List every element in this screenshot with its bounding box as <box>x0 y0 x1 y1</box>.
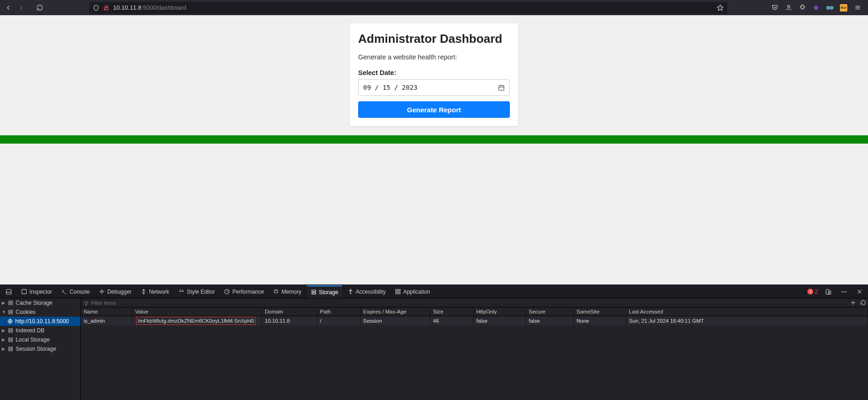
date-label: Select Date: <box>358 69 510 76</box>
tab-accessibility[interactable]: Accessibility <box>344 285 389 298</box>
tree-cookies[interactable]: ▼Cookies <box>0 307 80 317</box>
responsive-mode-icon[interactable] <box>822 285 835 298</box>
shield-icon <box>93 5 99 11</box>
status-bar <box>0 135 868 144</box>
devtools-panel: Inspector Console Debugger Network Style… <box>0 284 868 400</box>
ext-purple-icon[interactable] <box>812 5 820 11</box>
tab-console[interactable]: Console <box>57 285 93 298</box>
menu-icon[interactable] <box>853 4 862 11</box>
tab-network[interactable]: Network <box>137 285 173 298</box>
col-name[interactable]: Name <box>81 307 132 316</box>
svg-marker-59 <box>84 301 88 305</box>
svg-rect-34 <box>312 290 316 291</box>
svg-point-8 <box>831 7 832 8</box>
svg-text:Bur: Bur <box>841 6 847 10</box>
tab-storage[interactable]: Storage <box>307 285 342 298</box>
tab-inspector[interactable]: Inspector <box>17 285 56 298</box>
date-value: 09 / 15 / 2023 <box>363 84 417 91</box>
back-button[interactable] <box>4 4 13 12</box>
storage-main: Name Value Domain Path Expires / Max-Age… <box>81 298 868 400</box>
svg-rect-58 <box>9 349 12 351</box>
cell-secure: false <box>526 316 574 325</box>
dock-side-icon[interactable] <box>2 285 16 298</box>
storage-tree: ▶Cache Storage ▼Cookies http://10.10.11.… <box>0 298 81 400</box>
page-subtitle: Generate a website health report: <box>358 53 510 61</box>
svg-rect-14 <box>499 86 504 90</box>
col-size[interactable]: Size <box>430 307 474 316</box>
tree-local-storage[interactable]: ▶Local Storage <box>0 335 80 344</box>
svg-marker-2 <box>717 5 723 11</box>
col-samesite[interactable]: SameSite <box>574 307 626 316</box>
cell-httponly: false <box>474 316 526 325</box>
svg-point-3 <box>788 6 790 8</box>
col-expires[interactable]: Expires / Max-Age <box>360 307 430 316</box>
tab-memory[interactable]: Memory <box>269 285 305 298</box>
tab-performance[interactable]: Performance <box>220 285 268 298</box>
col-domain[interactable]: Domain <box>262 307 317 316</box>
svg-point-44 <box>844 291 845 292</box>
address-bar[interactable]: 10.10.11.8:5000/dashboard <box>89 2 727 14</box>
devtools-tabs: Inspector Console Debugger Network Style… <box>0 285 868 298</box>
cell-domain: 10.10.11.8 <box>262 316 317 325</box>
tree-session-storage[interactable]: ▶Session Storage <box>0 344 80 354</box>
tree-cache-storage[interactable]: ▶Cache Storage <box>0 298 80 307</box>
col-value[interactable]: Value <box>132 307 262 316</box>
bookmark-star-icon[interactable] <box>717 4 724 11</box>
svg-rect-38 <box>399 290 400 291</box>
tab-style-editor[interactable]: Style Editor <box>175 285 218 298</box>
svg-rect-18 <box>6 289 11 294</box>
toolbar-right: Bur <box>768 4 864 12</box>
insecure-lock-icon <box>103 5 109 11</box>
error-count[interactable]: !2 <box>805 289 820 295</box>
table-header: Name Value Domain Path Expires / Max-Age… <box>81 307 868 316</box>
browser-toolbar: 10.10.11.8:5000/dashboard Bur <box>0 0 868 15</box>
cell-name: is_admin <box>81 316 132 325</box>
page-title: Administrator Dashboard <box>358 32 510 46</box>
table-row[interactable]: is_admin ImFkbWluIg.dmzDkZNEm6CK0oyL1fbM… <box>81 316 868 325</box>
svg-rect-42 <box>828 291 831 294</box>
filter-bar <box>81 298 868 307</box>
forward-button[interactable] <box>17 4 26 12</box>
svg-point-7 <box>828 7 829 8</box>
page-content: Administrator Dashboard Generate a websi… <box>0 15 868 284</box>
ext-eyes-icon[interactable] <box>826 5 834 11</box>
tab-application[interactable]: Application <box>391 285 434 298</box>
date-input[interactable]: 09 / 15 / 2023 <box>358 79 510 96</box>
col-last-accessed[interactable]: Last Accessed <box>626 307 868 316</box>
generate-report-button[interactable]: Generate Report <box>358 101 510 118</box>
col-path[interactable]: Path <box>317 307 360 316</box>
svg-rect-50 <box>9 310 12 312</box>
svg-rect-56 <box>9 340 12 342</box>
pocket-icon[interactable] <box>771 4 779 11</box>
cell-value: ImFkbWluIg.dmzDkZNEm6CK0oyL1fbM-SnXpH0 <box>132 316 262 325</box>
reload-button[interactable] <box>35 4 44 11</box>
refresh-items-icon[interactable] <box>858 300 868 306</box>
cell-samesite: None <box>574 316 626 325</box>
account-icon[interactable] <box>784 4 793 11</box>
svg-marker-4 <box>814 5 819 11</box>
tab-debugger[interactable]: Debugger <box>95 285 135 298</box>
svg-line-29 <box>227 290 228 291</box>
svg-point-22 <box>101 290 103 292</box>
dashboard-card: Administrator Dashboard Generate a websi… <box>350 23 518 126</box>
svg-rect-51 <box>9 313 12 314</box>
ext-burp-icon[interactable]: Bur <box>839 4 848 12</box>
col-secure[interactable]: Secure <box>526 307 574 316</box>
svg-point-45 <box>845 291 846 292</box>
calendar-icon[interactable] <box>498 84 505 91</box>
cell-size: 46 <box>430 316 474 325</box>
tree-cookie-host[interactable]: http://10.10.11.8:5000 <box>0 317 80 326</box>
col-httponly[interactable]: HttpOnly <box>474 307 526 316</box>
svg-rect-35 <box>312 293 316 294</box>
filter-input[interactable] <box>81 300 154 306</box>
close-devtools-icon[interactable] <box>853 285 866 298</box>
svg-rect-20 <box>22 290 27 294</box>
tree-indexed-db[interactable]: ▶Indexed DB <box>0 326 80 335</box>
svg-rect-48 <box>9 301 12 302</box>
extensions-icon[interactable] <box>798 4 806 11</box>
add-item-icon[interactable] <box>848 300 858 306</box>
svg-rect-53 <box>9 329 12 330</box>
svg-rect-37 <box>396 290 398 291</box>
cell-last-accessed: Sun, 21 Jul 2024 16:40:11 GMT <box>626 316 868 325</box>
meatball-menu-icon[interactable] <box>837 285 851 298</box>
